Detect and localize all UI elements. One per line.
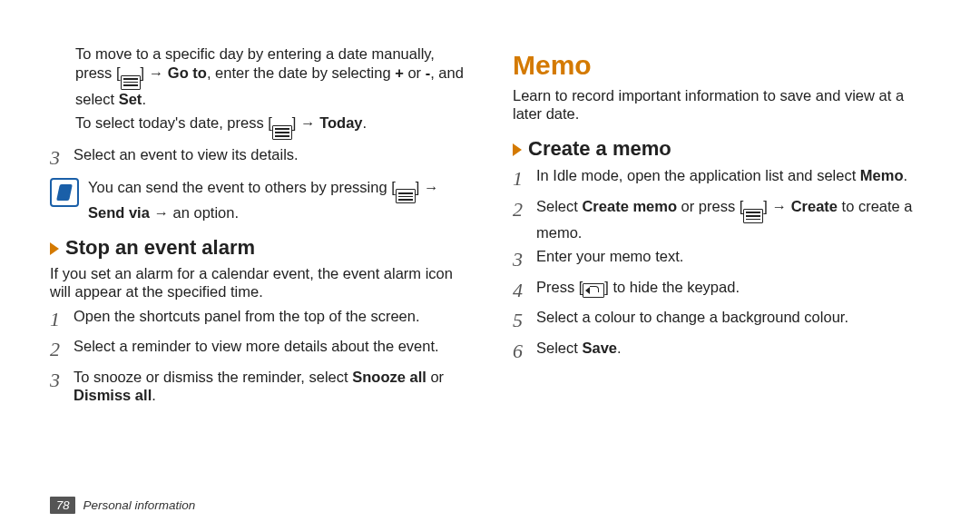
memo-intro: Learn to record important information to… — [513, 86, 930, 123]
footer: 78 Personal information — [50, 497, 195, 514]
text: . — [617, 340, 622, 356]
text: ] → — [763, 198, 790, 214]
menu-icon — [396, 189, 416, 203]
snooze-all-label: Snooze all — [352, 369, 426, 385]
step-number: 3 — [50, 368, 68, 393]
text: . — [903, 167, 907, 183]
step-text: Open the shortcuts panel from the top of… — [74, 307, 467, 326]
menu-icon — [272, 125, 292, 140]
step-number: 1 — [50, 307, 68, 332]
step-number: 4 — [513, 278, 531, 303]
text: or press [ — [677, 198, 743, 214]
stop-alarm-heading: Stop an event alarm — [50, 235, 467, 261]
text: , enter the date by selecting — [207, 64, 395, 81]
stop-step-1: 1 Open the shortcuts panel from the top … — [50, 307, 467, 332]
page: To move to a specific day by entering a … — [0, 0, 980, 532]
chevron-right-icon — [513, 143, 522, 156]
step-number: 6 — [513, 339, 531, 364]
text: To snooze or dismiss the reminder, selec… — [74, 369, 352, 385]
menu-icon — [121, 75, 141, 90]
plus-label: + — [395, 64, 404, 81]
create-step-1: 1 In Idle mode, open the application lis… — [513, 166, 930, 192]
text: You can send the event to others by pres… — [88, 179, 396, 195]
note-icon — [50, 178, 79, 207]
step-text: Select a colour to change a background c… — [536, 308, 930, 327]
text: or — [426, 369, 444, 385]
text: → an option. — [150, 204, 239, 221]
step-text: In Idle mode, open the application list … — [536, 166, 930, 185]
memo-label: Memo — [860, 167, 904, 183]
right-column: Memo Learn to record important informati… — [513, 41, 930, 514]
text: Press [ — [536, 279, 583, 295]
create-step-3: 3 Enter your memo text. — [513, 247, 930, 272]
step-text: To snooze or dismiss the reminder, selec… — [74, 368, 467, 405]
step-text: Select an event to view its details. — [74, 145, 467, 164]
sendvia-label: Send via — [88, 204, 150, 221]
back-icon — [583, 283, 604, 298]
save-label: Save — [582, 340, 617, 356]
menu-icon — [743, 209, 763, 223]
step-number: 2 — [50, 337, 68, 362]
left-column: To move to a specific day by entering a … — [50, 41, 467, 514]
create-step-6: 6 Select Save. — [513, 339, 930, 364]
step-text: Enter your memo text. — [536, 247, 930, 266]
step-number: 3 — [50, 145, 68, 171]
create-step-2: 2 Select Create memo or press [] → Creat… — [513, 197, 930, 242]
step-text: Select Save. — [536, 339, 930, 358]
select-today-para: To select today's date, press [] → Today… — [75, 113, 467, 140]
step-number: 5 — [513, 308, 531, 333]
step-number: 3 — [513, 247, 531, 272]
chevron-right-icon — [50, 242, 59, 255]
step-number: 1 — [513, 166, 531, 192]
text: ] → — [292, 114, 319, 131]
text: In Idle mode, open the application list … — [536, 167, 860, 183]
heading-text: Create a memo — [528, 137, 671, 160]
text: ] → — [416, 179, 439, 195]
text: . — [152, 387, 156, 403]
section-name: Personal information — [83, 498, 195, 512]
text: . — [363, 114, 368, 131]
text: ] → — [141, 64, 168, 81]
stop-alarm-intro: If you set an alarm for a calendar event… — [50, 264, 467, 301]
text: or — [404, 64, 426, 81]
create-memo-heading: Create a memo — [513, 136, 930, 162]
step-text: Select a reminder to view more details a… — [74, 337, 467, 356]
note-text: You can send the event to others by pres… — [88, 178, 467, 223]
dismiss-all-label: Dismiss all — [74, 387, 152, 403]
text: Select — [536, 340, 582, 356]
stop-step-2: 2 Select a reminder to view more details… — [50, 337, 467, 362]
heading-text: Stop an event alarm — [65, 236, 255, 259]
set-label: Set — [119, 91, 142, 107]
step-text: Press [] to hide the keypad. — [536, 278, 930, 298]
text: To select today's date, press [ — [75, 114, 272, 131]
note-block: You can send the event to others by pres… — [50, 178, 467, 223]
memo-heading: Memo — [513, 48, 930, 83]
step-text: Select Create memo or press [] → Create … — [536, 197, 930, 242]
create-label: Create — [791, 198, 838, 214]
goto-label: Go to — [168, 64, 207, 81]
step-3: 3 Select an event to view its details. — [50, 145, 467, 171]
text: ] to hide the keypad. — [604, 279, 740, 295]
create-memo-label: Create memo — [582, 198, 677, 214]
create-step-5: 5 Select a colour to change a background… — [513, 308, 930, 333]
move-to-day-para: To move to a specific day by entering a … — [75, 44, 467, 108]
text: Select — [536, 198, 582, 214]
stop-step-3: 3 To snooze or dismiss the reminder, sel… — [50, 368, 467, 405]
create-step-4: 4 Press [] to hide the keypad. — [513, 278, 930, 303]
page-number: 78 — [50, 497, 75, 514]
today-label: Today — [319, 114, 362, 131]
text: . — [142, 91, 146, 107]
step-number: 2 — [513, 197, 531, 222]
